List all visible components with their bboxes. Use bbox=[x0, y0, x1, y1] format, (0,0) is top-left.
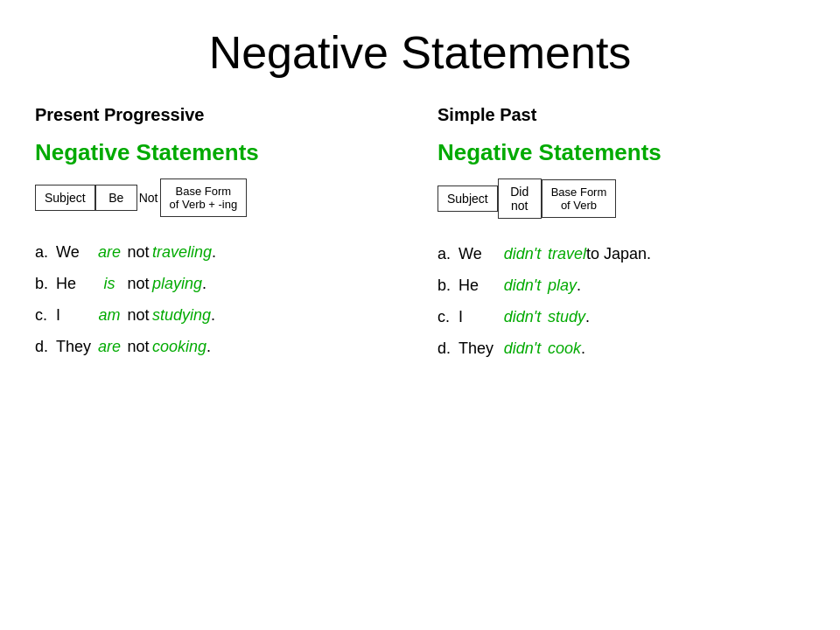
ex-letter: b. bbox=[35, 268, 56, 299]
left-example-a: a. We are not traveling. bbox=[35, 236, 402, 268]
right-example-c: c. I didn't study. bbox=[438, 301, 805, 332]
ex-subject: He bbox=[458, 270, 497, 301]
ex-be: is bbox=[94, 268, 124, 299]
left-example-b: b. He is not playing. bbox=[35, 268, 402, 299]
two-columns: Present Progressive Negative Statements … bbox=[35, 105, 805, 364]
left-examples: a. We are not traveling. b. He is not pl… bbox=[35, 236, 402, 362]
left-heading: Present Progressive bbox=[35, 105, 402, 125]
ex-not: not bbox=[124, 299, 152, 331]
left-subject-box: Subject bbox=[35, 185, 95, 211]
ex-verb: traveling bbox=[152, 236, 212, 268]
ex-subject: He bbox=[56, 268, 94, 299]
right-column: Simple Past Negative Statements Subject … bbox=[438, 105, 805, 364]
right-formula: Subject Did not Base Form of Verb bbox=[438, 178, 805, 219]
ex-verb2: study bbox=[548, 301, 585, 332]
ex-letter: d. bbox=[35, 331, 56, 362]
right-heading: Simple Past bbox=[438, 105, 805, 125]
ex-letter: a. bbox=[35, 236, 56, 268]
left-verb-box: Base Form of Verb + -ing bbox=[160, 178, 248, 217]
left-example-c: c. I am not studying. bbox=[35, 299, 402, 331]
right-subject-box: Subject bbox=[438, 186, 498, 212]
ex-extra: . bbox=[577, 270, 581, 301]
ex-letter: c. bbox=[35, 299, 56, 331]
ex-period: . bbox=[202, 268, 206, 299]
page: Negative Statements Present Progressive … bbox=[0, 0, 840, 630]
right-neg-label: Negative Statements bbox=[438, 139, 805, 166]
ex-subject: They bbox=[56, 331, 94, 362]
ex-period: . bbox=[212, 236, 216, 268]
left-example-d: d. They are not cooking. bbox=[35, 331, 402, 362]
ex-be: are bbox=[94, 331, 124, 362]
ex-be: are bbox=[94, 236, 124, 268]
ex-verb2: travel bbox=[548, 238, 586, 270]
ex-letter: a. bbox=[438, 238, 458, 270]
ex-verb2: play bbox=[548, 270, 577, 301]
right-example-d: d. They didn't cook. bbox=[438, 332, 805, 364]
ex-letter: d. bbox=[438, 332, 458, 364]
left-column: Present Progressive Negative Statements … bbox=[35, 105, 402, 362]
left-formula: Subject Be Not Base Form of Verb + -ing bbox=[35, 178, 402, 217]
ex-not: not bbox=[124, 236, 152, 268]
left-neg-label: Negative Statements bbox=[35, 139, 402, 166]
left-not-text: Not bbox=[137, 191, 160, 205]
ex-verb2: cook bbox=[548, 332, 581, 364]
ex-not: not bbox=[124, 268, 152, 299]
ex-period: . bbox=[211, 299, 215, 331]
right-example-b: b. He didn't play. bbox=[438, 270, 805, 301]
ex-be: am bbox=[94, 299, 124, 331]
ex-didnt: didn't bbox=[497, 270, 548, 301]
ex-verb: cooking bbox=[152, 331, 206, 362]
ex-didnt: didn't bbox=[497, 301, 548, 332]
ex-extra: to Japan. bbox=[586, 238, 651, 270]
ex-subject: They bbox=[458, 332, 497, 364]
main-title: Negative Statements bbox=[35, 18, 805, 79]
ex-didnt: didn't bbox=[497, 332, 548, 364]
ex-subject: We bbox=[458, 238, 497, 270]
ex-didnt: didn't bbox=[497, 238, 548, 270]
ex-subject: I bbox=[56, 299, 94, 331]
ex-verb: studying bbox=[152, 299, 211, 331]
right-didnot-box: Did not bbox=[498, 178, 542, 219]
ex-period: . bbox=[206, 331, 211, 362]
right-verb-box: Base Form of Verb bbox=[542, 179, 617, 218]
ex-letter: c. bbox=[438, 301, 458, 332]
ex-subject: I bbox=[458, 301, 497, 332]
right-examples: a. We didn't travel to Japan. b. He didn… bbox=[438, 238, 805, 364]
ex-verb: playing bbox=[152, 268, 202, 299]
ex-letter: b. bbox=[438, 270, 458, 301]
ex-not: not bbox=[124, 331, 152, 362]
left-be-box: Be bbox=[95, 185, 137, 211]
ex-extra: . bbox=[581, 332, 585, 364]
ex-extra: . bbox=[585, 301, 590, 332]
ex-subject: We bbox=[56, 236, 94, 268]
right-example-a: a. We didn't travel to Japan. bbox=[438, 238, 805, 270]
